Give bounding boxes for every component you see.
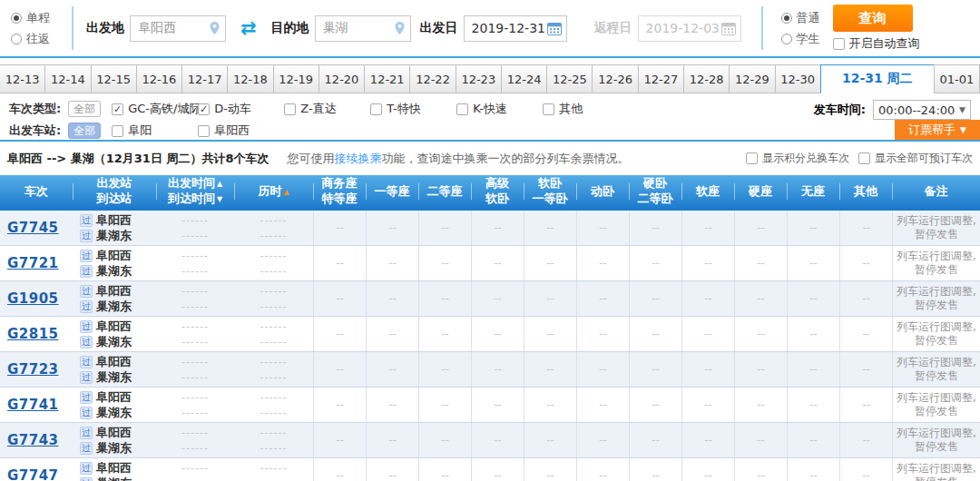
station-checkbox[interactable]: 阜阳: [112, 123, 198, 139]
depart-time-select[interactable]: 00:00--24:00 ▼: [873, 100, 971, 120]
train-number-link[interactable]: G7747: [7, 467, 59, 481]
seat-cell: --: [787, 423, 839, 457]
column-header-line: 商务座: [322, 176, 358, 191]
date-tab[interactable]: 12-20: [318, 64, 365, 93]
seat-cell: --: [839, 388, 892, 422]
station-all-button[interactable]: 全部: [68, 123, 101, 139]
from-input[interactable]: 阜阳西: [130, 15, 226, 42]
display-toggle-checkbox[interactable]: 显示积分兑换车次: [746, 151, 849, 166]
date-tab[interactable]: 12-13: [0, 64, 45, 93]
booking-helper-button[interactable]: 订票帮手 ▼: [895, 120, 980, 140]
station-cell: 过阜阳西过巢湖东: [73, 423, 156, 457]
radio-icon[interactable]: [11, 13, 22, 24]
remark-cell: 列车运行图调整,暂停发售: [892, 388, 980, 422]
train-type-all-button[interactable]: 全部: [68, 101, 101, 117]
to-input[interactable]: 巢湖: [315, 15, 411, 42]
pass-badge: 过: [80, 250, 93, 262]
train-type-checkbox[interactable]: GC-高铁/城际: [112, 101, 198, 117]
seat-cell: --: [681, 317, 734, 351]
date-tab[interactable]: 12-22: [409, 64, 456, 93]
date-tab[interactable]: 12-28: [683, 64, 730, 93]
radio-icon[interactable]: [781, 13, 792, 24]
date-tab[interactable]: 12-30: [775, 64, 821, 93]
trip-type-radio[interactable]: 单程: [11, 10, 50, 26]
train-type-checkbox[interactable]: K-快速: [456, 101, 543, 117]
passenger-type-radio[interactable]: 普通: [781, 10, 820, 26]
date-tab[interactable]: 01-01: [934, 64, 980, 93]
query-button[interactable]: 查询: [833, 5, 913, 32]
checkbox-icon[interactable]: [858, 152, 870, 164]
date-tab[interactable]: 12-25: [546, 64, 593, 93]
seat-cell: --: [629, 458, 681, 481]
sort-arrow-icon[interactable]: ▼: [217, 195, 222, 203]
display-toggle-checkbox[interactable]: 显示全部可预订车次: [858, 151, 973, 166]
checkbox-icon[interactable]: [456, 103, 468, 115]
column-header-times[interactable]: 出发时间▲到达时间▼: [156, 175, 234, 208]
checkbox-icon[interactable]: [370, 103, 382, 115]
date-tab[interactable]: 12-27: [638, 64, 684, 93]
seat-cell: --: [524, 317, 576, 351]
radio-icon[interactable]: [781, 34, 792, 44]
checkbox-icon[interactable]: [112, 125, 123, 137]
train-number-link[interactable]: G7723: [7, 361, 59, 378]
sort-arrow-icon[interactable]: ▲: [283, 188, 289, 196]
date-tab[interactable]: 12-31 周二: [820, 64, 935, 93]
train-type-checkbox[interactable]: T-特快: [370, 101, 456, 117]
checkbox-icon[interactable]: [543, 103, 554, 115]
duration-cell: ------------: [234, 281, 313, 316]
train-type-checkbox[interactable]: Z-直达: [284, 101, 370, 117]
train-type-checkbox[interactable]: 其他: [543, 101, 629, 117]
radio-icon[interactable]: [11, 34, 22, 44]
train-type-checkbox[interactable]: D-动车: [198, 101, 284, 117]
date-tab[interactable]: 12-21: [364, 64, 410, 93]
checkbox-icon[interactable]: [198, 103, 210, 115]
auto-query-checkbox[interactable]: 开启自动查询: [833, 35, 920, 52]
date-tab[interactable]: 12-17: [181, 64, 228, 93]
radio-label: 单程: [26, 10, 50, 26]
sort-arrow-icon[interactable]: ▲: [217, 180, 222, 188]
train-number-link[interactable]: G7745: [7, 220, 59, 236]
passenger-type-radio[interactable]: 学生: [781, 31, 820, 47]
column-header-line: 高级: [485, 176, 509, 191]
seat-cell: --: [681, 211, 734, 245]
checkbox-icon[interactable]: [284, 103, 296, 115]
duration-cell: ------------: [234, 388, 313, 422]
depart-time-wrap: 发车时间: 00:00--24:00 ▼: [814, 100, 971, 120]
trip-type-radio[interactable]: 往返: [11, 31, 50, 47]
checkbox-icon[interactable]: [746, 152, 758, 164]
station-cell: 过阜阳西过巢湖东: [73, 246, 156, 280]
seat-cell: --: [839, 281, 892, 316]
train-number-link[interactable]: G2815: [7, 326, 59, 342]
checkbox-icon[interactable]: [198, 125, 210, 137]
date-tab[interactable]: 12-18: [227, 64, 273, 93]
train-number-link[interactable]: G7743: [7, 432, 59, 448]
date-tab[interactable]: 12-23: [456, 64, 502, 93]
transfer-link[interactable]: 接续换乘: [335, 152, 382, 165]
remark-cell: 列车运行图调整,暂停发售: [892, 246, 980, 280]
train-number-link[interactable]: G1905: [7, 290, 59, 307]
date-tab[interactable]: 12-19: [273, 64, 319, 93]
pass-badge: 过: [80, 265, 93, 278]
train-number-link[interactable]: G7721: [7, 255, 59, 271]
date-tab[interactable]: 12-29: [729, 64, 775, 93]
depart-date-input[interactable]: 2019-12-31: [464, 15, 567, 42]
pass-badge: 过: [80, 427, 93, 439]
train-type-label: 车次类型:: [9, 101, 61, 117]
checkbox-icon[interactable]: [833, 38, 845, 50]
date-tab[interactable]: 12-16: [136, 64, 182, 93]
date-tab[interactable]: 12-14: [44, 64, 91, 93]
station-checkbox[interactable]: 阜阳西: [198, 123, 284, 139]
date-tab[interactable]: 12-15: [91, 64, 137, 93]
checkbox-label: D-动车: [214, 101, 251, 117]
train-number-link[interactable]: G7741: [7, 397, 59, 413]
seat-cell: --: [366, 388, 418, 422]
booking-helper-label: 订票帮手: [908, 122, 956, 138]
date-tab[interactable]: 12-24: [501, 64, 547, 93]
station-name: 巢湖东: [96, 228, 132, 243]
swap-stations-icon[interactable]: ⇄: [240, 19, 257, 38]
date-tab[interactable]: 12-26: [592, 64, 638, 93]
column-header-duration[interactable]: 历时▲: [234, 175, 313, 208]
checkbox-icon[interactable]: [112, 103, 123, 115]
seat-cell: --: [471, 458, 524, 481]
duration-cell: ------------: [234, 352, 313, 387]
